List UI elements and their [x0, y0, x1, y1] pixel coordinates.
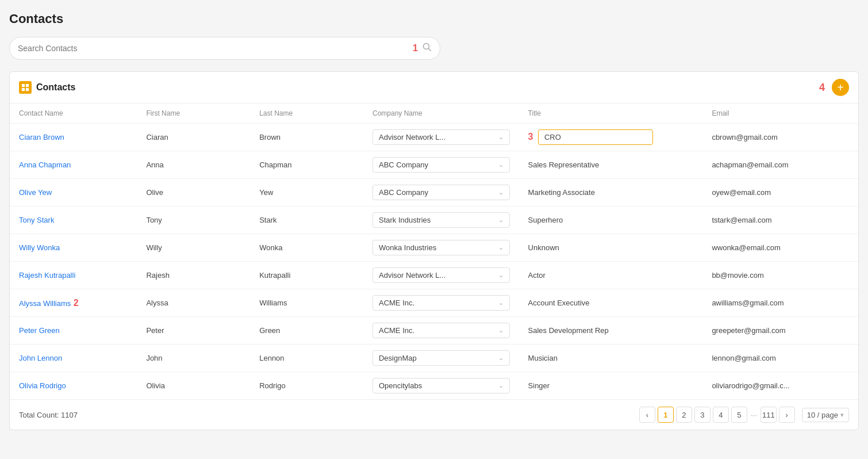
- table-row: Ciaran BrownCiaranBrownAdvisor Network L…: [10, 124, 858, 151]
- contact-name-link[interactable]: Anna Chapman: [19, 160, 71, 169]
- last-name-cell: Chapman: [250, 151, 363, 179]
- contact-name-link[interactable]: Willy Wonka: [19, 243, 60, 252]
- col-header-first-name: First Name: [137, 104, 250, 124]
- pagination-prev[interactable]: ‹: [639, 407, 655, 423]
- email-cell: wwonka@email.com: [702, 234, 858, 262]
- company-dropdown[interactable]: ACME Inc.⌄: [372, 323, 510, 338]
- svg-rect-3: [26, 84, 29, 87]
- col-header-company-name: Company Name: [363, 104, 519, 124]
- title-cell: Unknown: [519, 234, 703, 262]
- svg-line-1: [429, 49, 431, 51]
- company-name-label: Advisor Network L...: [379, 133, 445, 141]
- email-cell: tstark@email.com: [702, 206, 858, 234]
- contact-name-link[interactable]: Olivia Rodrigo: [19, 381, 66, 390]
- pagination-last-page[interactable]: 111: [761, 407, 777, 423]
- contact-name-link[interactable]: Alyssa Williams: [19, 299, 71, 308]
- title-number3-badge: 3: [528, 132, 536, 141]
- company-dropdown[interactable]: Advisor Network L...⌄: [372, 129, 510, 145]
- header-number4: 4: [819, 82, 825, 94]
- company-dropdown-chevron-icon: ⌄: [498, 133, 504, 141]
- contact-name-badge: 2: [71, 298, 78, 308]
- card-header-right: 4 +: [819, 79, 849, 96]
- contacts-table: Contact Name First Name Last Name Compan…: [10, 104, 858, 399]
- first-name-cell: Willy: [137, 234, 250, 262]
- company-name-label: Advisor Network L...: [379, 271, 445, 280]
- per-page-select[interactable]: 10 / page ▾: [802, 408, 849, 422]
- company-dropdown[interactable]: DesignMap⌄: [372, 350, 510, 366]
- table-row: Willy WonkaWillyWonkaWonka Industries⌄Un…: [10, 234, 858, 262]
- contact-name-link[interactable]: Tony Stark: [19, 216, 54, 224]
- search-input[interactable]: [18, 44, 408, 53]
- company-name-label: Opencitylabs: [379, 381, 422, 390]
- company-name-label: Stark Industries: [379, 216, 431, 224]
- pagination-next[interactable]: ›: [779, 407, 795, 423]
- table-row: John LennonJohnLennonDesignMap⌄Musicianl…: [10, 345, 858, 372]
- pagination-page-3[interactable]: 3: [694, 407, 710, 423]
- contact-name-link[interactable]: Ciaran Brown: [19, 133, 64, 141]
- table-row: Peter GreenPeterGreenACME Inc.⌄Sales Dev…: [10, 317, 858, 345]
- company-dropdown-chevron-icon: ⌄: [498, 299, 504, 307]
- total-count-label: Total Count: 1107: [19, 411, 78, 419]
- company-dropdown[interactable]: Opencitylabs⌄: [372, 378, 510, 393]
- per-page-label: 10 / page: [807, 411, 838, 419]
- company-dropdown-chevron-icon: ⌄: [498, 244, 504, 251]
- table-row: Tony StarkTonyStarkStark Industries⌄Supe…: [10, 206, 858, 234]
- email-cell: greepeter@gmail.com: [702, 317, 858, 345]
- table-row: Olivia RodrigoOliviaRodrigoOpencitylabs⌄…: [10, 372, 858, 400]
- contact-name-link[interactable]: Rajesh Kutrapalli: [19, 271, 75, 280]
- company-name-label: DesignMap: [379, 354, 417, 362]
- email-cell: achapman@email.com: [702, 151, 858, 179]
- company-name-label: Wonka Industries: [379, 243, 436, 252]
- contacts-table-wrapper: Contact Name First Name Last Name Compan…: [10, 104, 858, 399]
- email-cell: bb@movie.com: [702, 262, 858, 289]
- svg-rect-5: [26, 88, 29, 91]
- first-name-cell: Rajesh: [137, 262, 250, 289]
- company-dropdown[interactable]: Stark Industries⌄: [372, 212, 510, 228]
- email-cell: oyew@email.com: [702, 179, 858, 206]
- title-cell: Account Executive: [519, 289, 703, 317]
- pagination-page-2[interactable]: 2: [676, 407, 692, 423]
- company-dropdown-chevron-icon: ⌄: [498, 161, 504, 169]
- col-header-email: Email: [702, 104, 858, 124]
- company-dropdown-chevron-icon: ⌄: [498, 189, 504, 196]
- first-name-cell: Olivia: [137, 372, 250, 400]
- company-dropdown-chevron-icon: ⌄: [498, 382, 504, 389]
- last-name-cell: Kutrapalli: [250, 262, 363, 289]
- table-row: Rajesh KutrapalliRajeshKutrapalliAdvisor…: [10, 262, 858, 289]
- pagination-page-4[interactable]: 4: [713, 407, 729, 423]
- pagination-page-5[interactable]: 5: [731, 407, 747, 423]
- last-name-cell: Green: [250, 317, 363, 345]
- search-icon[interactable]: [423, 43, 432, 54]
- table-footer: Total Count: 1107 ‹ 1 2 3 4 5 ··· 111 › …: [10, 399, 858, 430]
- title-cell: Musician: [519, 345, 703, 372]
- contact-name-link[interactable]: John Lennon: [19, 354, 62, 362]
- table-row: Alyssa Williams 2AlyssaWilliamsACME Inc.…: [10, 289, 858, 317]
- contacts-card: Contacts 4 + Contact Name First Name Las…: [9, 71, 859, 430]
- company-dropdown[interactable]: Wonka Industries⌄: [372, 240, 510, 255]
- contact-name-link[interactable]: Olive Yew: [19, 188, 52, 197]
- title-input[interactable]: [538, 129, 653, 145]
- col-header-contact-name: Contact Name: [10, 104, 137, 124]
- pagination: ‹ 1 2 3 4 5 ··· 111 › 10 / page ▾: [639, 407, 849, 423]
- page-wrapper: Contacts 1 Contacts: [0, 0, 868, 442]
- title-cell: Marketing Associate: [519, 179, 703, 206]
- col-header-title: Title: [519, 104, 703, 124]
- last-name-cell: Lennon: [250, 345, 363, 372]
- contact-name-link[interactable]: Peter Green: [19, 326, 60, 335]
- pagination-page-1[interactable]: 1: [658, 407, 674, 423]
- title-cell: Actor: [519, 262, 703, 289]
- company-dropdown[interactable]: ACME Inc.⌄: [372, 295, 510, 311]
- company-dropdown[interactable]: Advisor Network L...⌄: [372, 267, 510, 283]
- add-contact-button[interactable]: +: [832, 79, 849, 96]
- title-cell: Sales Development Rep: [519, 317, 703, 345]
- last-name-cell: Stark: [250, 206, 363, 234]
- company-dropdown-chevron-icon: ⌄: [498, 271, 504, 279]
- first-name-cell: Anna: [137, 151, 250, 179]
- company-dropdown[interactable]: ABC Company⌄: [372, 157, 510, 173]
- company-dropdown[interactable]: ABC Company⌄: [372, 185, 510, 200]
- first-name-cell: John: [137, 345, 250, 372]
- pagination-dots: ···: [750, 411, 758, 419]
- first-name-cell: Ciaran: [137, 124, 250, 151]
- search-bar: 1: [9, 37, 440, 60]
- last-name-cell: Wonka: [250, 234, 363, 262]
